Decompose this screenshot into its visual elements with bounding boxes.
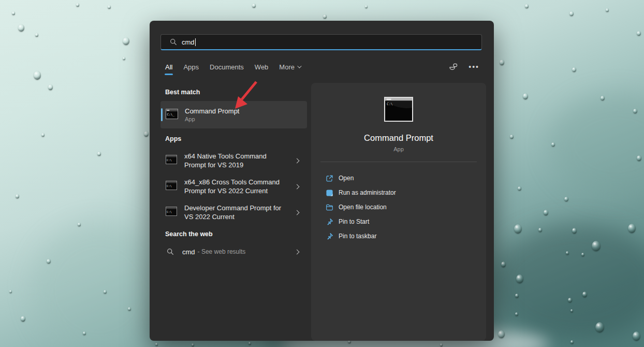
tab-documents[interactable]: Documents [210, 63, 244, 71]
water-droplet [501, 262, 506, 267]
action-run-as-administrator[interactable]: Run as administrator [311, 185, 486, 200]
action-label: Pin to taskbar [339, 233, 376, 240]
app-result-vs2019-native-tools[interactable]: C:\ x64 Native Tools Command Prompt for … [160, 148, 307, 174]
account-options-icon[interactable] [449, 63, 458, 71]
water-droplet [16, 194, 19, 198]
folder-icon [325, 204, 333, 211]
result-subtitle: App [185, 116, 239, 122]
water-droplet [41, 133, 45, 137]
water-droplet [498, 330, 505, 338]
water-droplet [515, 312, 518, 316]
water-droplet [595, 322, 604, 332]
water-droplet [248, 342, 251, 345]
section-header-apps: Apps [165, 135, 181, 142]
water-droplet [104, 290, 107, 294]
water-droplet [144, 131, 149, 137]
tab-apps[interactable]: Apps [183, 63, 199, 71]
app-result-vs2022-cross-tools[interactable]: C:\ x64_x86 Cross Tools Command Prompt f… [160, 174, 307, 199]
water-droplet [570, 309, 573, 312]
water-droplet [514, 224, 522, 234]
water-droplet [566, 251, 569, 255]
tab-web[interactable]: Web [255, 63, 269, 71]
action-open[interactable]: Open [311, 171, 486, 185]
search-query-text: cmd [182, 38, 195, 46]
desktop-wallpaper: cmd All Apps Documents Web More ••• Best… [0, 0, 644, 347]
chevron-right-icon [295, 249, 300, 254]
search-flyout-panel: cmd All Apps Documents Web More ••• Best… [150, 21, 494, 341]
water-droplet [633, 109, 637, 113]
chevron-right-icon [295, 158, 300, 163]
pin-icon [325, 218, 333, 226]
action-label: Pin to Start [339, 218, 369, 225]
water-droplet [601, 96, 605, 100]
web-search-result[interactable]: cmd - See web results [160, 243, 307, 260]
result-title: Developer Command Prompt for VS 2022 Cur… [184, 204, 284, 221]
result-title: Command Prompt [185, 107, 239, 115]
text-cursor [195, 38, 196, 46]
pin-icon [325, 233, 333, 240]
search-icon [167, 248, 174, 255]
svg-text:C:\: C:\ [167, 158, 172, 162]
water-droplet [83, 331, 86, 335]
water-droplet [440, 343, 443, 346]
action-label: Run as administrator [339, 189, 396, 196]
svg-text:C:\: C:\ [387, 102, 393, 106]
water-droplet [637, 155, 641, 161]
more-options-icon[interactable]: ••• [469, 64, 479, 69]
water-droplet [637, 31, 641, 36]
water-droplet [538, 228, 542, 232]
search-input[interactable]: cmd [160, 34, 482, 50]
result-preview-pane: C:\ Command Prompt App Open Run as admin… [311, 83, 486, 341]
admin-shield-icon [325, 189, 333, 197]
action-pin-to-taskbar[interactable]: Pin to taskbar [311, 229, 486, 243]
water-droplet [551, 142, 555, 147]
web-query-suffix: - See web results [198, 248, 246, 255]
app-result-vs2022-developer[interactable]: C:\ Developer Command Prompt for VS 2022… [160, 199, 307, 225]
water-droplet [500, 60, 504, 65]
chevron-right-icon [295, 210, 300, 215]
water-droplet [564, 197, 568, 201]
water-droplet [569, 11, 574, 16]
tab-more[interactable]: More [279, 63, 300, 71]
water-droplet [34, 71, 41, 80]
water-droplet [35, 33, 38, 37]
search-filter-tabs: All Apps Documents Web More ••• [150, 59, 494, 75]
action-label: Open file location [339, 204, 387, 211]
action-pin-to-start[interactable]: Pin to Start [311, 214, 486, 229]
water-droplet [76, 3, 79, 7]
water-droplet [523, 93, 528, 99]
water-droplet [544, 210, 548, 215]
water-droplet [606, 8, 609, 12]
chevron-down-icon [297, 64, 301, 68]
command-prompt-large-icon: C:\ [384, 97, 413, 124]
water-droplet [570, 340, 574, 344]
divider [320, 162, 477, 162]
result-title: x64_x86 Cross Tools Command Prompt for V… [184, 178, 284, 195]
water-droplet [568, 298, 572, 302]
chevron-right-icon [295, 184, 300, 189]
svg-text:C:\: C:\ [167, 184, 172, 187]
water-droplet [628, 224, 636, 233]
section-header-best-match: Best match [165, 89, 200, 96]
water-droplet [510, 135, 514, 139]
command-prompt-icon: C:\ [166, 207, 177, 218]
water-droplet [128, 307, 131, 311]
water-droplet [97, 152, 101, 156]
water-droplet [123, 57, 125, 60]
water-droplet [123, 37, 129, 45]
water-droplet [108, 5, 111, 9]
action-open-file-location[interactable]: Open file location [311, 200, 486, 214]
water-droplet [47, 259, 51, 264]
section-header-search-the-web: Search the web [165, 230, 213, 238]
wallpaper-blob [492, 223, 644, 342]
water-droplet [572, 67, 576, 72]
wallpaper-blob [549, 93, 644, 197]
best-match-result-command-prompt[interactable]: C:\_ Command Prompt App [160, 101, 307, 128]
preview-subtitle: App [311, 146, 486, 152]
tab-all[interactable]: All [165, 63, 172, 71]
action-label: Open [339, 175, 354, 182]
svg-text:C:\: C:\ [167, 210, 172, 213]
water-droplet [633, 331, 640, 341]
water-droplet [572, 228, 577, 234]
water-droplet [516, 274, 523, 283]
